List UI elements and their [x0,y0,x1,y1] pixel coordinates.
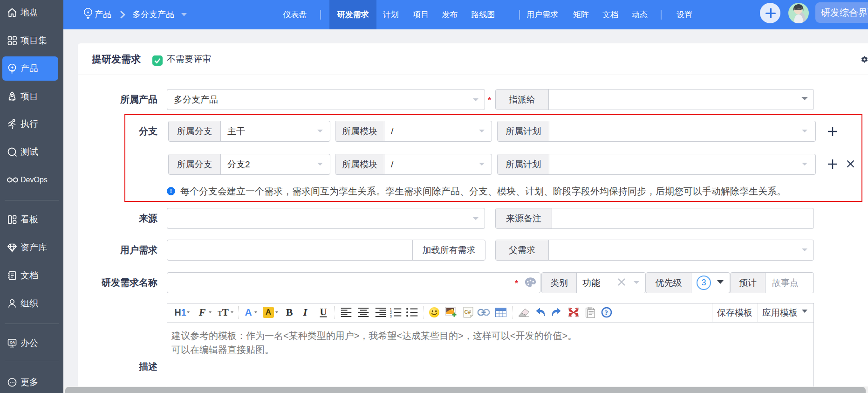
svg-text:OA: OA [10,340,15,345]
svg-text:3: 3 [390,314,392,318]
svg-text:C#: C# [465,309,471,315]
svg-text:?: ? [605,309,608,317]
